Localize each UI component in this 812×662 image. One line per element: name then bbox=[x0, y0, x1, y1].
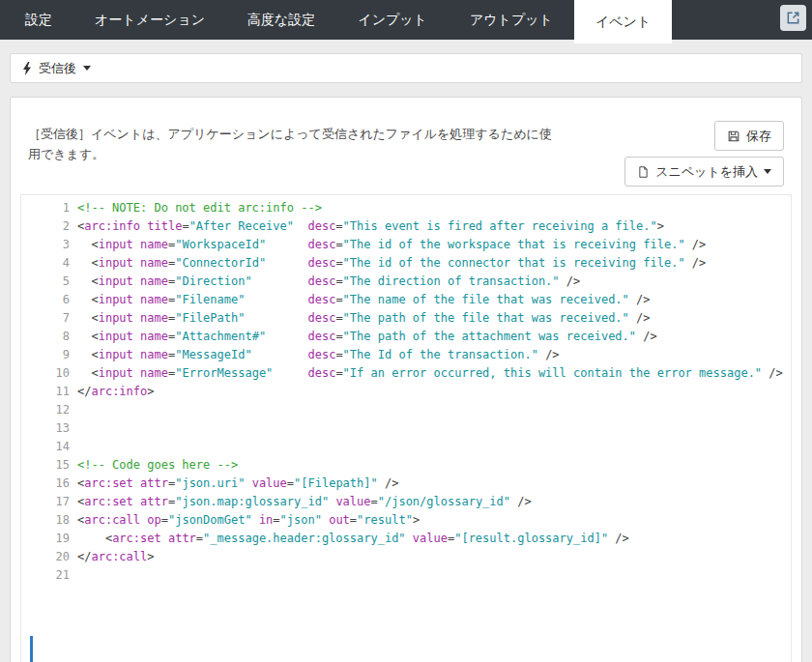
code-line[interactable]: </arc:call> bbox=[77, 548, 791, 566]
code-token: arc:set bbox=[112, 532, 161, 545]
event-selector-label: 受信後 bbox=[39, 60, 76, 77]
code-token: name bbox=[140, 238, 168, 251]
code-token: "The id of the connector that is receivi… bbox=[343, 256, 685, 270]
code-token: "Direction" bbox=[175, 274, 251, 288]
editor-focus-indicator bbox=[30, 636, 33, 662]
code-token: /> bbox=[629, 293, 651, 306]
code-token: /> bbox=[510, 495, 532, 508]
code-token bbox=[245, 311, 307, 325]
line-number: 4 bbox=[21, 254, 70, 273]
line-number: 17 bbox=[21, 493, 70, 511]
line-number: 7 bbox=[21, 309, 70, 328]
code-token: "[Filepath]" bbox=[294, 476, 378, 490]
insert-snippet-button[interactable]: スニペットを挿入 bbox=[624, 157, 784, 187]
code-token: value bbox=[252, 476, 287, 490]
code-token: value bbox=[413, 532, 448, 545]
floppy-disk-icon bbox=[727, 130, 740, 143]
tab-input[interactable]: インプット bbox=[336, 0, 449, 40]
code-line[interactable]: <arc:set attr="_message.header:glossary_… bbox=[77, 530, 791, 548]
lightning-icon bbox=[22, 62, 32, 75]
code-line[interactable]: </arc:info> bbox=[77, 383, 791, 401]
event-selector-bar[interactable]: 受信後 bbox=[10, 53, 802, 83]
external-link-button[interactable] bbox=[780, 5, 806, 31]
caret-down-icon bbox=[83, 66, 91, 71]
code-line[interactable]: <arc:set attr="json.uri" value="[Filepat… bbox=[77, 475, 791, 493]
line-number: 5 bbox=[21, 273, 70, 291]
code-line[interactable] bbox=[77, 401, 791, 419]
code-token: <!-- NOTE: Do not edit arc:info --> bbox=[77, 201, 322, 215]
code-line[interactable]: <input name="WorkspaceId" desc="The id o… bbox=[77, 236, 791, 254]
code-line[interactable] bbox=[77, 566, 791, 585]
code-token: < bbox=[77, 330, 99, 343]
save-button[interactable]: 保存 bbox=[714, 121, 784, 151]
line-number-gutter: 123456789101112131415161718192021 bbox=[21, 195, 73, 662]
code-line[interactable]: <!-- NOTE: Do not edit arc:info --> bbox=[77, 199, 791, 217]
code-token: = bbox=[335, 219, 342, 233]
code-token: desc bbox=[307, 311, 335, 325]
code-token: desc bbox=[307, 219, 335, 233]
line-number: 21 bbox=[21, 566, 70, 585]
code-token: desc bbox=[307, 274, 335, 288]
code-line[interactable]: <arc:set attr="json.map:glossary_id" val… bbox=[77, 493, 791, 511]
code-line[interactable]: <input name="ErrorMessage" desc="If an e… bbox=[77, 364, 791, 383]
code-token: attr bbox=[168, 532, 196, 545]
code-line[interactable] bbox=[77, 438, 791, 456]
tab-settings[interactable]: 設定 bbox=[4, 0, 73, 40]
code-token: /> bbox=[560, 274, 581, 288]
line-number: 3 bbox=[21, 236, 70, 254]
code-line[interactable]: <input name="FilePath" desc="The path of… bbox=[77, 309, 791, 328]
code-token: <!-- Code goes here --> bbox=[77, 458, 238, 472]
code-token: < bbox=[77, 274, 99, 288]
code-token: attr bbox=[140, 495, 168, 508]
code-token: /> bbox=[685, 256, 707, 270]
code-token: /> bbox=[762, 366, 783, 380]
line-number: 10 bbox=[21, 364, 70, 383]
tab-events[interactable]: イベント bbox=[574, 0, 672, 43]
code-token: = bbox=[182, 219, 188, 233]
code-token: "If an error occurred, this will contain… bbox=[343, 366, 762, 380]
line-number: 13 bbox=[21, 419, 70, 438]
code-token bbox=[161, 532, 168, 545]
tab-advanced-settings[interactable]: 高度な設定 bbox=[226, 0, 336, 40]
code-line[interactable]: <input name="Attachment#" desc="The path… bbox=[77, 328, 791, 346]
nav-tabs: 設定オートメーション高度な設定インプットアウトプットイベント bbox=[4, 0, 672, 40]
code-token: "WorkspaceId" bbox=[175, 238, 266, 251]
code-token: "ConnectorId" bbox=[175, 256, 266, 270]
code-line[interactable]: <arc:info title="After Receive" desc="Th… bbox=[77, 217, 791, 236]
tab-automation[interactable]: オートメーション bbox=[73, 0, 226, 40]
code-token: > bbox=[413, 513, 420, 527]
code-token: desc bbox=[307, 238, 335, 251]
code-token bbox=[133, 293, 140, 306]
code-token: "_message.header:glossary_id" bbox=[203, 532, 406, 545]
code-token: < bbox=[77, 366, 99, 380]
line-number: 9 bbox=[21, 346, 70, 364]
code-token bbox=[133, 274, 140, 288]
code-token: "The name of the file that was received.… bbox=[343, 293, 629, 306]
code-token: arc:set bbox=[84, 495, 133, 508]
code-line[interactable] bbox=[77, 419, 791, 438]
code-line[interactable]: <input name="MessageId" desc="The Id of … bbox=[77, 346, 791, 364]
code-line[interactable]: <arc:call op="jsonDomGet" in="json" out=… bbox=[77, 511, 791, 530]
code-token: /> bbox=[685, 238, 707, 251]
code-line[interactable]: <input name="Direction" desc="The direct… bbox=[77, 273, 791, 291]
code-token: = bbox=[335, 256, 342, 270]
code-token: > bbox=[657, 219, 664, 233]
tab-output[interactable]: アウトプット bbox=[449, 0, 574, 40]
code-line[interactable]: <!-- Code goes here --> bbox=[77, 456, 791, 475]
code-token: desc bbox=[307, 293, 335, 306]
code-line[interactable]: <input name="Filename" desc="The name of… bbox=[77, 291, 791, 309]
code-editor[interactable]: 123456789101112131415161718192021 <!-- N… bbox=[20, 194, 792, 662]
line-number: 11 bbox=[21, 383, 70, 401]
code-token: = bbox=[273, 513, 279, 527]
code-content[interactable]: <!-- NOTE: Do not edit arc:info --><arc:… bbox=[73, 195, 791, 662]
line-number: 8 bbox=[21, 328, 70, 346]
code-token bbox=[266, 330, 307, 343]
code-token: name bbox=[140, 311, 168, 325]
insert-snippet-label: スニペットを挿入 bbox=[655, 163, 758, 181]
code-token: "/json/glossary_id" bbox=[378, 495, 510, 508]
code-line[interactable]: <input name="ConnectorId" desc="The id o… bbox=[77, 254, 791, 273]
code-token: "The direction of transaction." bbox=[343, 274, 560, 288]
code-token: "[result.glossary_id]" bbox=[454, 532, 608, 545]
code-token: input bbox=[99, 366, 133, 380]
code-token: = bbox=[335, 274, 342, 288]
